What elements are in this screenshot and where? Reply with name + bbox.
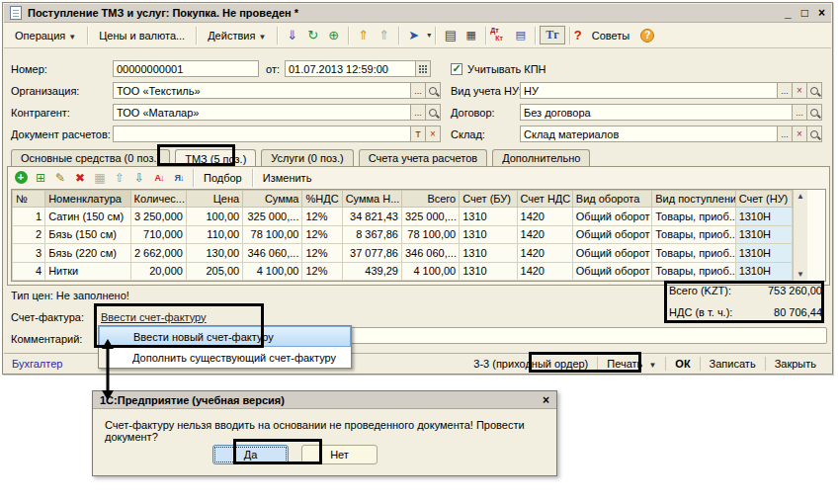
table-row[interactable]: 4Нитки20,000205,004 100,0012%439,294 100… <box>13 262 793 281</box>
tab-item[interactable]: Основные средства (0 поз.) <box>11 149 170 167</box>
copy-row-icon[interactable]: ⊞ <box>32 169 49 186</box>
grid-cell[interactable]: 4 100,00 <box>243 262 302 281</box>
grid-column-header[interactable]: Счет (БУ) <box>460 191 517 208</box>
scroll-up-icon[interactable]: ▲ <box>797 190 804 203</box>
grid-cell[interactable]: Общий оборот <box>572 244 651 263</box>
grid-cell[interactable]: 3 <box>13 244 45 263</box>
grid-cell[interactable]: Бязь (220 см) <box>45 244 130 263</box>
edit-row-icon[interactable]: ✎ <box>51 169 69 186</box>
text-edit-button[interactable]: T <box>411 126 426 142</box>
grid-cell[interactable]: 1310Н <box>735 262 792 281</box>
dialog-close-icon[interactable]: × <box>543 393 549 407</box>
grid-cell[interactable]: 1420 <box>517 262 572 281</box>
grid-cell[interactable]: 1420 <box>517 225 572 244</box>
sort-ascending-icon[interactable]: А↓ <box>150 169 168 186</box>
tips-button[interactable]: Советы <box>585 27 636 44</box>
grid-cell[interactable]: Общий оборот <box>572 208 651 226</box>
tab-item[interactable]: Дополнительно <box>492 149 590 167</box>
calendar-icon[interactable] <box>416 60 431 77</box>
ellipsis-button[interactable]: ... <box>411 104 426 121</box>
ellipsis-button[interactable]: ... <box>793 104 807 121</box>
grid-cell[interactable]: 1310Н <box>735 208 792 226</box>
move-down-icon[interactable]: ⇩ <box>130 169 148 186</box>
grid-cell[interactable]: Общий оборот <box>572 225 651 244</box>
kpn-checkbox[interactable]: ✓ <box>451 63 462 75</box>
clear-icon[interactable]: × <box>426 126 441 142</box>
grid-cell[interactable]: Сатин (150 см) <box>45 208 130 226</box>
grid-cell[interactable]: 1420 <box>517 244 572 263</box>
grid-column-header[interactable]: Счет НДС <box>517 191 572 208</box>
grid-column-header[interactable]: Номенклатура <box>45 191 130 208</box>
grid-cell[interactable]: 3 250,000 <box>130 208 186 226</box>
date-field[interactable]: 01.07.2013 12:59:00 <box>285 60 416 77</box>
dt-kt-postings-icon[interactable]: ДтКт <box>490 27 510 44</box>
order-button[interactable]: 3-3 (приходный ордер) <box>466 357 595 371</box>
grid-column-header[interactable]: № <box>13 191 45 208</box>
scroll-down-icon[interactable]: ▼ <box>797 268 804 281</box>
grid-cell[interactable]: 346 060,... <box>243 244 302 263</box>
contract-field[interactable]: Без договора <box>520 104 793 121</box>
magnifier-icon[interactable] <box>807 104 822 121</box>
add-row-icon[interactable]: + <box>12 169 30 186</box>
description-toggle-icon[interactable]: Тг <box>540 26 564 44</box>
grid-cell[interactable]: 37 077,86 <box>342 244 401 263</box>
grid-cell[interactable]: 78 100,00 <box>401 225 459 244</box>
ellipsis-button[interactable]: ... <box>778 82 793 99</box>
enter-invoice-link[interactable]: Ввести счет-фактуру <box>101 311 207 323</box>
grid-cell[interactable]: Общий оборот <box>572 262 651 281</box>
grid-cell[interactable]: 346 060,... <box>401 244 459 263</box>
grid-cell[interactable]: 1310 <box>460 244 517 263</box>
grid-scrollbar[interactable]: ▲ ▼ <box>793 190 807 281</box>
grid-cell[interactable]: 205,00 <box>186 262 242 281</box>
menu-item[interactable]: Ввести новый счет-фактуру <box>99 326 351 347</box>
tab-item[interactable]: Счета учета расчетов <box>359 149 487 167</box>
grid-column-header[interactable]: Сумма Н... <box>342 191 401 208</box>
save-button[interactable]: Записать <box>703 357 763 371</box>
grid-column-header[interactable]: Сумма <box>243 191 302 208</box>
grid-cell[interactable]: 710,000 <box>130 225 186 244</box>
change-button[interactable]: Изменить <box>257 171 318 185</box>
operation-menu-button[interactable]: Операция▼ <box>8 27 83 44</box>
load-document-icon[interactable]: ⇑ <box>354 26 373 44</box>
help-icon[interactable]: ? <box>640 29 654 42</box>
grid-cell[interactable]: 1 <box>13 208 45 226</box>
move-up-icon[interactable]: ⇧ <box>111 169 128 186</box>
grid-cell[interactable]: 1310 <box>460 208 517 226</box>
grid-cell[interactable]: Товары, приоб... <box>652 262 735 281</box>
delete-row-icon[interactable]: ✖ <box>71 169 89 186</box>
contractor-field[interactable]: ТОО «Маталар» <box>113 104 411 121</box>
grid-column-header[interactable]: Вид оборота <box>572 191 651 208</box>
grid-column-header[interactable]: Количес... <box>130 191 186 208</box>
refresh-icon[interactable]: ↻ <box>303 26 322 44</box>
nu-kind-field[interactable]: НУ <box>520 82 778 99</box>
magnifier-icon[interactable] <box>426 104 441 121</box>
grid-cell[interactable]: 1420 <box>517 208 572 226</box>
grid-cell[interactable]: 4 <box>13 262 45 281</box>
grid-cell[interactable]: 325 000,... <box>243 208 302 226</box>
grid-cell[interactable]: 4 100,00 <box>401 262 459 281</box>
grid-cell[interactable]: 1310 <box>460 225 517 244</box>
grid-cell[interactable]: 325 000,... <box>401 208 459 226</box>
register-records-icon[interactable]: ▤ <box>511 26 530 44</box>
table-row[interactable]: 3Бязь (220 см)2 662,000130,00346 060,...… <box>13 244 793 263</box>
minimize-icon[interactable]: _ <box>785 6 792 20</box>
grid-cell[interactable]: Бязь (150 см) <box>45 225 130 244</box>
grid-column-header[interactable]: Счет (НУ) <box>735 191 792 208</box>
maximize-icon[interactable]: □ <box>801 6 808 20</box>
related-documents-icon[interactable]: ▦ <box>461 26 480 44</box>
settlement-doc-field[interactable] <box>113 126 411 142</box>
ellipsis-button[interactable]: ... <box>411 82 426 99</box>
price-type-text[interactable]: Тип цен: Не заполнено! <box>11 290 129 301</box>
grid-cell[interactable]: 12% <box>302 262 342 281</box>
warehouse-field[interactable]: Склад материалов <box>520 126 778 142</box>
grid-column-header[interactable]: Вид поступления <box>652 191 735 208</box>
grid-column-header[interactable]: %НДС <box>302 191 342 208</box>
sort-descending-icon[interactable]: Я↓ <box>170 169 188 186</box>
grid-cell[interactable]: Нитки <box>45 262 130 281</box>
menu-item[interactable]: Дополнить существующий счет-фактуру <box>99 347 351 368</box>
grid-cell[interactable]: 20,000 <box>130 262 186 281</box>
grid-column-header[interactable]: Цена <box>186 191 242 208</box>
prices-currency-button[interactable]: Цены и валюта... <box>92 27 192 44</box>
close-button[interactable]: Закрыть <box>768 357 823 371</box>
post-document-icon[interactable]: ⇓ <box>283 26 301 44</box>
